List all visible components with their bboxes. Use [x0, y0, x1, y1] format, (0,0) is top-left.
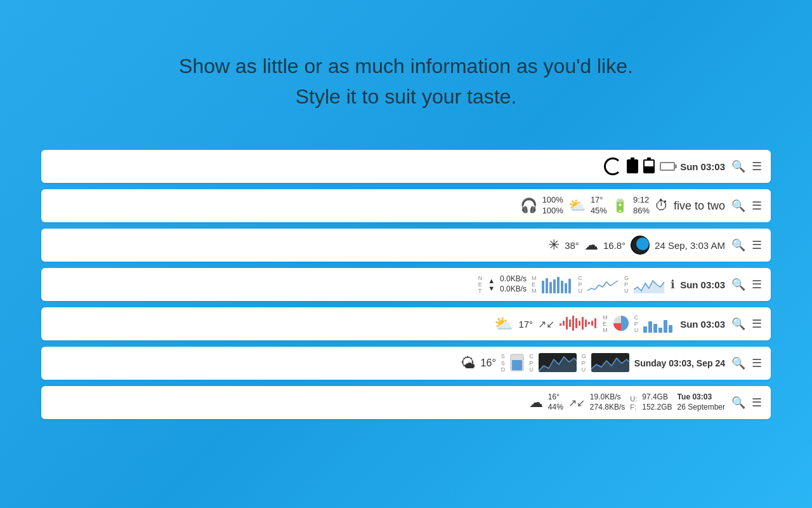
bar1-time: Sun 03:03 — [680, 161, 725, 172]
svg-rect-22 — [594, 318, 596, 328]
bar4-search-icon[interactable]: 🔍 — [731, 277, 745, 291]
cpu-fan-icon: ✳ — [548, 237, 560, 253]
audio-wave — [560, 314, 598, 334]
bar7-content: ☁ 16° 44% ↗↙ 19.0KB/s 274.8KB/s U: F: 97… — [529, 392, 725, 412]
svg-rect-27 — [658, 328, 662, 333]
bar7-datetime: Tue 03:03 26 September — [678, 392, 725, 412]
ssd-bar — [510, 354, 524, 373]
svg-rect-17 — [579, 321, 580, 326]
ssd-label: SSD — [501, 353, 506, 373]
svg-rect-14 — [569, 319, 571, 327]
cpu-bar-label: CPU — [634, 314, 639, 333]
bar5-temp: 17° — [518, 319, 533, 330]
gpu-label2: GPU — [582, 353, 586, 373]
expand-icon: ↗↙ — [538, 318, 554, 330]
svg-rect-28 — [664, 320, 667, 333]
bar6-menu-icon[interactable]: ☰ — [752, 356, 762, 370]
gpu-label: GPU — [624, 275, 629, 294]
bar4-time: Sun 03:03 — [680, 279, 725, 290]
partly-sunny-icon: ⛅ — [494, 315, 513, 333]
phone-battery-icon: 🔋 — [612, 198, 628, 213]
spinner-icon — [604, 157, 622, 175]
mem-label: MEM — [532, 275, 537, 294]
svg-rect-9 — [568, 279, 571, 293]
battery-low-icon — [660, 162, 675, 171]
svg-point-1 — [636, 237, 649, 250]
bar5-time: Sun 03:03 — [680, 319, 725, 330]
svg-rect-21 — [591, 321, 593, 326]
bar5-content: ⛅ 17° ↗↙ — [494, 314, 725, 334]
bar7-menu-icon[interactable]: ☰ — [752, 396, 762, 410]
svg-rect-5 — [553, 279, 556, 293]
bar-4: NET ▲ ▼ 0.0KB/s 0.0KB/s MEM — [41, 268, 771, 301]
bar7-search-icon[interactable]: 🔍 — [731, 396, 745, 410]
gpu-dark-chart — [591, 353, 629, 374]
bar2-search-icon[interactable]: 🔍 — [731, 199, 745, 213]
cpu-label: CPU — [579, 275, 583, 294]
svg-rect-16 — [575, 318, 577, 328]
bar6-temp: 16° — [481, 358, 496, 369]
bar1-menu-icon[interactable]: ☰ — [752, 159, 762, 173]
headline: Show as little or as much information as… — [179, 51, 633, 112]
svg-rect-20 — [588, 322, 590, 324]
bar5-menu-icon[interactable]: ☰ — [752, 317, 762, 331]
cpu-chart — [587, 276, 619, 293]
bar4-menu-icon[interactable]: ☰ — [752, 277, 762, 291]
weather-overcast-icon: ☁ — [584, 237, 598, 253]
battery-full-icon — [627, 159, 638, 173]
svg-rect-12 — [563, 321, 565, 326]
weather-stats: 17° 45% — [591, 195, 607, 217]
net-arrows: ▲ ▼ — [488, 277, 495, 292]
svg-rect-2 — [542, 281, 544, 293]
moon-icon — [631, 236, 650, 255]
weather-icon-b7: ☁ — [529, 394, 543, 411]
disk-values: 97.4GB 152.2GB — [642, 392, 672, 412]
bar-1: Sun 03:03 🔍 ☰ — [41, 150, 771, 183]
bar3-menu-icon[interactable]: ☰ — [752, 238, 762, 252]
bar-6: 🌤 16° SSD CPU — [41, 347, 771, 380]
cpu-label2: CPU — [529, 353, 534, 373]
bar-5: ⛅ 17° ↗↙ — [41, 307, 771, 340]
weather-icon-b6: 🌤 — [461, 354, 476, 372]
bar2-clock-text: five to two — [674, 199, 725, 213]
bar1-content: Sun 03:03 — [604, 157, 725, 175]
bar2-content: 🎧 100% 100% ⛅ 17° 45% 🔋 9:12 86% ⏱ five … — [520, 195, 725, 217]
headline-line1: Show as little or as much information as… — [179, 51, 633, 81]
bar6-content: 🌤 16° SSD CPU — [461, 353, 725, 374]
bar5-search-icon[interactable]: 🔍 — [731, 317, 745, 331]
weather-icon: ⛅ — [568, 197, 586, 214]
svg-rect-18 — [582, 317, 584, 330]
bar6-search-icon[interactable]: 🔍 — [731, 356, 745, 370]
bars-container: Sun 03:03 🔍 ☰ 🎧 100% 100% ⛅ 17° 45% 🔋 9:… — [41, 150, 771, 419]
bar3-datetime: 24 Sep, 3:03 AM — [655, 240, 725, 251]
bar6-datetime: Sunday 03:03, Sep 24 — [634, 358, 725, 368]
svg-rect-11 — [560, 323, 561, 326]
mem-chart — [542, 276, 573, 293]
info-icon: ℹ — [671, 277, 675, 291]
bar2-menu-icon[interactable]: ☰ — [752, 199, 762, 213]
weather-temp2: 16.8° — [603, 240, 625, 251]
cpu-temp: 38° — [565, 240, 579, 251]
bar3-content: ✳ 38° ☁ 16.8° 24 Sep, 3:03 AM — [548, 236, 725, 255]
svg-rect-3 — [546, 278, 548, 293]
bar-7: ☁ 16° 44% ↗↙ 19.0KB/s 274.8KB/s U: F: 97… — [41, 386, 771, 419]
net-values-b7: 19.0KB/s 274.8KB/s — [590, 392, 625, 412]
svg-rect-13 — [566, 317, 568, 330]
net-label: NET — [478, 275, 483, 294]
svg-rect-26 — [653, 324, 657, 333]
clock-ring-icon: ⏱ — [655, 197, 669, 214]
headline-line2: Style it to suit your taste. — [179, 81, 633, 112]
bar-3: ✳ 38° ☁ 16.8° 24 Sep, 3:03 AM 🔍 ☰ — [41, 229, 771, 262]
battery-half-icon — [643, 159, 655, 173]
mem-pie-label: MEM — [603, 314, 608, 333]
bar3-search-icon[interactable]: 🔍 — [731, 238, 745, 252]
svg-rect-25 — [648, 321, 652, 333]
net-values: 0.0KB/s 0.0KB/s — [500, 274, 527, 294]
gpu-chart — [634, 276, 665, 293]
disk-labels: U: F: — [630, 395, 637, 411]
svg-rect-7 — [561, 281, 563, 293]
headphone-icon: 🎧 — [520, 197, 537, 214]
bar1-search-icon[interactable]: 🔍 — [731, 159, 745, 173]
svg-rect-19 — [585, 319, 587, 327]
svg-rect-24 — [643, 326, 647, 333]
